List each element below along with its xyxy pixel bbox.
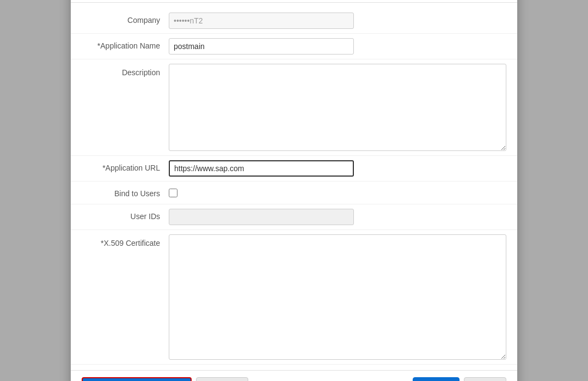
app-name-label: *Application Name bbox=[82, 38, 169, 50]
user-ids-label: User IDs bbox=[82, 209, 169, 221]
app-url-input[interactable] bbox=[169, 160, 354, 177]
footer-left-actions: Generate X.509 Certificate Download bbox=[82, 377, 413, 382]
dialog-body: Company *Application Name Description *A… bbox=[71, 3, 517, 370]
generate-certificate-button[interactable]: Generate X.509 Certificate bbox=[82, 377, 192, 382]
company-row: Company bbox=[71, 8, 517, 34]
description-row: Description bbox=[71, 59, 517, 156]
footer-right-actions: Register Cancel bbox=[413, 377, 506, 382]
user-ids-input[interactable] bbox=[169, 209, 354, 225]
description-textarea[interactable] bbox=[169, 64, 506, 151]
app-url-label: *Application URL bbox=[82, 160, 169, 172]
certificate-row: *X.509 Certificate bbox=[71, 230, 517, 365]
download-button[interactable]: Download bbox=[196, 377, 248, 382]
dialog-footer: Generate X.509 Certificate Download Regi… bbox=[71, 370, 517, 382]
app-name-input[interactable] bbox=[169, 38, 354, 55]
bind-to-users-row: Bind to Users bbox=[71, 182, 517, 204]
cancel-button[interactable]: Cancel bbox=[464, 377, 506, 382]
dialog-overlay: Register a new OAuth Client Application(… bbox=[0, 0, 588, 381]
bind-to-users-label: Bind to Users bbox=[82, 186, 169, 198]
description-label: Description bbox=[82, 64, 169, 77]
bind-to-users-checkbox-wrapper bbox=[169, 186, 177, 197]
company-input[interactable] bbox=[169, 13, 354, 29]
bind-to-users-checkbox[interactable] bbox=[169, 189, 177, 197]
company-label: Company bbox=[82, 13, 169, 25]
register-button[interactable]: Register bbox=[413, 377, 460, 382]
app-url-row: *Application URL bbox=[71, 156, 517, 182]
certificate-label: *X.509 Certificate bbox=[82, 234, 169, 247]
user-ids-row: User IDs bbox=[71, 204, 517, 230]
dialog-container: Register a new OAuth Client Application(… bbox=[71, 0, 517, 381]
app-name-row: *Application Name bbox=[71, 34, 517, 59]
certificate-textarea[interactable] bbox=[169, 234, 506, 360]
